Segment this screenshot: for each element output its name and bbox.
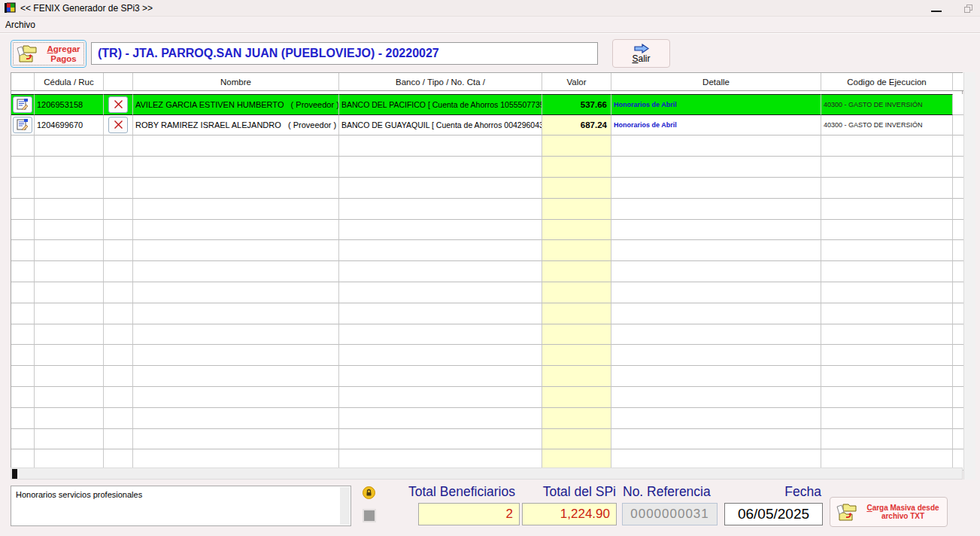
empty-cell-codigo <box>821 366 953 387</box>
empty-cell-cedula <box>35 345 104 366</box>
restore-icon[interactable] <box>964 5 972 13</box>
empty-cell-banco <box>339 199 542 220</box>
empty-cell-del <box>104 220 133 241</box>
total-spi-field: 1,224.90 <box>522 503 617 525</box>
empty-cell-btn <box>11 324 35 346</box>
grid-vertical-scrollbar[interactable] <box>963 72 975 480</box>
empty-cell-del <box>104 199 133 220</box>
salir-button[interactable]: Salir <box>612 39 670 68</box>
empty-cell-nombre <box>133 366 339 387</box>
entity-title-input[interactable] <box>91 42 598 65</box>
empty-cell-btn <box>11 366 35 387</box>
empty-cell-detalle <box>611 429 821 450</box>
empty-cell-filler <box>953 303 963 324</box>
empty-cell-detalle <box>611 408 821 429</box>
empty-cell-nombre <box>133 136 339 157</box>
minimize-icon[interactable] <box>931 11 942 12</box>
cell-btn[interactable] <box>11 115 35 136</box>
empty-cell-banco <box>339 345 542 366</box>
column-header-cedula: Cédula / Ruc <box>35 73 104 91</box>
empty-cell-filler <box>953 178 963 199</box>
empty-cell-nombre <box>133 178 339 199</box>
empty-cell-banco <box>339 220 542 241</box>
cell-valor[interactable]: 687.24 <box>542 115 611 136</box>
grid-horizontal-scrollbar[interactable] <box>11 467 963 480</box>
empty-cell-btn <box>11 261 35 282</box>
cell-codigo[interactable]: 40300 - GASTO DE INVERSIÓN <box>821 115 953 136</box>
empty-cell-cedula <box>35 240 104 261</box>
empty-cell-banco <box>339 157 542 178</box>
empty-cell-btn <box>11 303 35 324</box>
empty-cell-del <box>104 429 133 450</box>
empty-cell-cedula <box>35 429 104 450</box>
delete-x-icon <box>114 120 123 129</box>
empty-cell-codigo <box>821 261 953 282</box>
empty-cell-btn <box>11 157 35 178</box>
empty-cell-del <box>104 408 133 429</box>
empty-cell-detalle <box>611 261 821 282</box>
delete-row-button[interactable] <box>108 117 128 133</box>
carga-masiva-button[interactable]: Carga Masiva desde archivo TXT <box>830 497 948 527</box>
cell-banco[interactable]: BANCO DEL PACIFICO [ Cuenta de Ahorros 1… <box>339 94 542 115</box>
empty-cell-banco <box>339 324 542 346</box>
delete-row-button[interactable] <box>108 96 128 113</box>
empty-cell-del <box>104 345 133 366</box>
scrollbar-thumb[interactable] <box>12 469 17 479</box>
cell-nombre[interactable]: AVILEZ GARCIA ESTIVEN HUMBERTO ( Proveed… <box>133 94 339 115</box>
fenix-app-icon <box>5 2 17 14</box>
empty-cell-codigo <box>821 157 953 178</box>
empty-cell-banco <box>339 387 542 408</box>
edit-row-icon <box>17 119 29 130</box>
agregar-pagos-label: Agregar Pagos <box>41 44 86 63</box>
fecha-label: Fecha <box>782 484 821 500</box>
delete-x-icon <box>114 99 123 109</box>
empty-cell-cedula <box>35 324 104 346</box>
empty-cell-filler <box>953 282 963 303</box>
empty-cell-cedula <box>35 261 104 282</box>
empty-cell-codigo <box>821 178 953 199</box>
agregar-pagos-button[interactable]: Agregar Pagos <box>11 40 86 68</box>
exit-arrow-icon <box>633 44 650 53</box>
empty-cell-nombre <box>133 408 339 429</box>
add-payments-folder-icon <box>16 44 38 64</box>
textarea-scrollbar[interactable] <box>340 487 350 525</box>
empty-cell-codigo <box>821 408 953 429</box>
cell-filler[interactable] <box>953 115 963 136</box>
empty-cell-btn <box>11 282 35 303</box>
cell-valor[interactable]: 537.66 <box>542 94 611 115</box>
edit-row-button[interactable] <box>13 117 32 133</box>
empty-cell-valor <box>542 261 611 282</box>
empty-cell-valor <box>542 408 611 429</box>
empty-cell-del <box>104 261 133 282</box>
fecha-field[interactable]: 06/05/2025 <box>724 503 823 525</box>
descripcion-textarea[interactable]: Honorarios servicios profesionales <box>11 486 351 526</box>
edit-row-button[interactable] <box>13 96 32 113</box>
cell-nombre[interactable]: ROBY RAMIREZ ISRAEL ALEJANDRO ( Proveedo… <box>133 115 339 136</box>
empty-cell-banco <box>339 136 542 157</box>
menu-item-archivo[interactable]: Archivo <box>0 18 41 32</box>
column-header-banco: Banco / Tipo / No. Cta / <box>339 73 542 91</box>
empty-cell-codigo <box>821 240 953 261</box>
cell-codigo[interactable]: 40300 - GASTO DE INVERSIÓN <box>821 94 953 115</box>
empty-cell-detalle <box>611 303 821 324</box>
cell-cedula[interactable]: 1204699670 <box>35 115 104 136</box>
cell-detalle[interactable]: Honorarios de Abril <box>611 115 821 136</box>
empty-cell-cedula <box>35 136 104 157</box>
cell-del[interactable] <box>104 94 133 115</box>
cell-btn[interactable] <box>11 94 35 115</box>
empty-cell-codigo <box>821 136 953 157</box>
empty-cell-codigo <box>821 345 953 366</box>
cell-filler[interactable] <box>953 94 963 115</box>
column-header-filler <box>953 73 963 91</box>
cell-detalle[interactable]: Honorarios de Abril <box>611 94 821 115</box>
empty-cell-cedula <box>35 199 104 220</box>
empty-cell-filler <box>953 429 963 450</box>
empty-cell-del <box>104 303 133 324</box>
cell-banco[interactable]: BANCO DE GUAYAQUIL [ Cuenta de Ahorros 0… <box>339 115 542 136</box>
empty-cell-cedula <box>35 408 104 429</box>
titlebar: << FENIX Generador de SPi3 >> <box>0 0 980 17</box>
cell-del[interactable] <box>104 115 133 136</box>
cell-cedula[interactable]: 1206953158 <box>35 94 104 115</box>
empty-cell-cedula <box>35 282 104 303</box>
empty-cell-filler <box>953 199 963 220</box>
